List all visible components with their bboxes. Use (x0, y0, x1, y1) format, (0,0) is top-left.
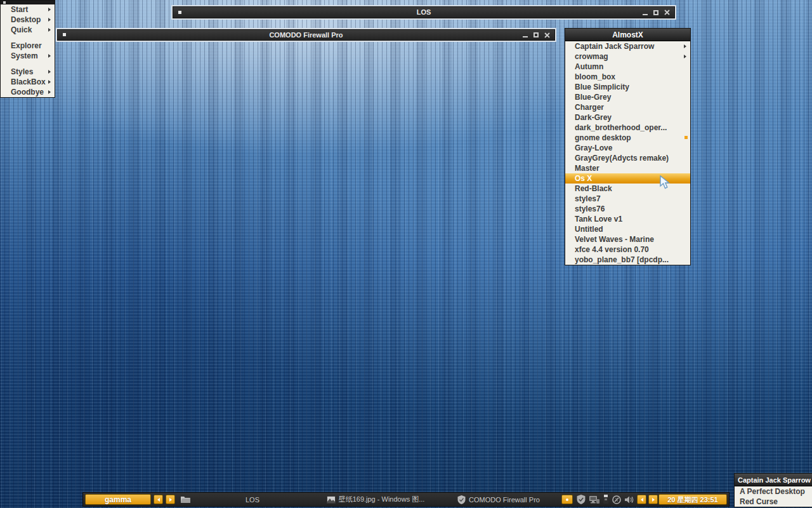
system-tray (577, 495, 634, 504)
style-item[interactable]: styles76 (565, 204, 690, 214)
menu-item-system[interactable]: System (1, 51, 55, 61)
minimize-icon[interactable] (643, 10, 648, 15)
style-item[interactable]: styles7 (565, 194, 690, 204)
style-menu-title[interactable]: AlmostX (565, 29, 690, 41)
close-icon[interactable] (544, 32, 550, 38)
close-icon[interactable] (664, 10, 670, 15)
task-label: LOS (246, 496, 259, 504)
menu-item-explorer[interactable]: Explorer (1, 41, 55, 51)
submenu-item-label: A Perfect Desktop (740, 487, 805, 496)
submenu-arrow-icon (48, 90, 51, 94)
submenu-arrow-icon (48, 28, 51, 32)
usb-device-tray-icon[interactable] (603, 495, 609, 504)
workspace-prev-button[interactable] (154, 495, 163, 504)
arrow-right-icon (652, 498, 655, 502)
submenu-item-red-curse[interactable]: Red Curse (735, 497, 812, 507)
menu-item-label: BlackBox (11, 77, 46, 86)
style-item[interactable]: GrayGrey(Adycts remake) (565, 153, 690, 163)
style-item-label: Dark-Grey (575, 113, 612, 122)
submenu-item-a-perfect-desktop[interactable]: A Perfect Desktop (735, 486, 812, 497)
folder-icon[interactable] (180, 495, 191, 504)
style-item[interactable]: bloom_box (565, 72, 690, 82)
arrow-left-icon (641, 498, 643, 502)
style-item[interactable]: Master (565, 163, 690, 173)
minimize-icon[interactable] (523, 32, 528, 37)
style-item-label: yobo_plane_bb7 [dpcdp... (575, 255, 669, 264)
menu-item-blackbox[interactable]: BlackBox (1, 77, 55, 87)
workspace-button[interactable]: gamma (85, 494, 151, 505)
style-item[interactable]: Gray-Love (565, 143, 690, 153)
style-item-label: Untitled (575, 225, 603, 234)
style-item[interactable]: Blue-Grey (565, 92, 690, 102)
style-item-label: Tank Love v1 (575, 215, 622, 224)
style-item-current[interactable]: gnome desktop (565, 133, 690, 143)
style-item[interactable]: Autumn (565, 62, 690, 72)
style-item[interactable]: Blue Simplicity (565, 82, 690, 92)
style-item-label: Charger (575, 103, 604, 112)
style-item[interactable]: yobo_plane_bb7 [dpcdp... (565, 255, 690, 265)
style-item[interactable]: Dark-Grey (565, 112, 690, 123)
style-item[interactable]: xfce 4.4 version 0.70 (565, 244, 690, 255)
style-item-label: Red-Black (575, 184, 612, 193)
workspace-next-button[interactable] (166, 495, 175, 504)
comodo-shield-icon (457, 495, 466, 504)
style-menu-almostx: AlmostX Captain Jack Sparrow crowmag Aut… (565, 28, 691, 265)
root-menu: Start Desktop Quick Explorer System Styl… (0, 0, 55, 98)
style-item-label: styles7 (575, 194, 601, 203)
menu-item-styles[interactable]: Styles (1, 67, 55, 77)
style-item[interactable]: Captain Jack Sparrow (565, 41, 690, 51)
submenu-title[interactable]: Captain Jack Sparrow (735, 474, 812, 486)
menu-item-label: Explorer (11, 41, 42, 50)
style-item-label: Velvet Waves - Marine (575, 235, 654, 244)
style-item-label: GrayGrey(Adycts remake) (575, 154, 669, 163)
menu-item-label: Start (11, 5, 28, 14)
window-comodo-titlebar[interactable]: COMODO Firewall Pro (57, 29, 555, 41)
tray-toggle-button[interactable] (561, 495, 573, 504)
task-comodo[interactable]: COMODO Firewall Pro (437, 493, 560, 506)
menu-item-desktop[interactable]: Desktop (1, 15, 55, 25)
dot-icon (566, 498, 568, 501)
menu-grip-dot-icon (3, 1, 6, 4)
menu-item-label: Quick (11, 25, 32, 34)
style-item[interactable]: Charger (565, 102, 690, 112)
menu-item-start[interactable]: Start (1, 4, 55, 15)
style-item[interactable]: Velvet Waves - Marine (565, 234, 690, 244)
style-item[interactable]: crowmag (565, 51, 690, 62)
task-image-viewer[interactable]: 壁纸169.jpg - Windows 图... (314, 493, 437, 506)
task-label: COMODO Firewall Pro (469, 496, 540, 504)
style-item-label: Master (575, 164, 599, 173)
style-item[interactable]: dark_brotherhood_oper... (565, 123, 690, 133)
clock[interactable]: 20 星期四 23:51 (658, 494, 727, 505)
style-item[interactable]: Untitled (565, 224, 690, 234)
task-list: LOS 壁纸169.jpg - Windows 图... COMODO Fire… (191, 493, 560, 506)
menu-item-goodbye[interactable]: Goodbye (1, 87, 55, 97)
tray-prev-button[interactable] (637, 495, 646, 504)
style-item-label: xfce 4.4 version 0.70 (575, 245, 649, 254)
submenu-arrow-icon (48, 70, 51, 74)
current-style-marker-icon (684, 136, 688, 139)
style-item-label: Autumn (575, 62, 603, 71)
window-los-titlebar[interactable]: LOS (173, 6, 675, 18)
maximize-icon[interactable] (653, 10, 658, 15)
mouse-cursor (658, 175, 672, 190)
antivirus-tray-icon[interactable] (612, 495, 621, 504)
submenu-arrow-icon (48, 18, 51, 22)
style-item-label: styles76 (575, 204, 605, 213)
arrow-right-icon (169, 498, 172, 502)
submenu-arrow-icon (684, 55, 686, 58)
task-label: 壁纸169.jpg - Windows 图... (339, 495, 425, 504)
submenu-arrow-icon (48, 80, 51, 84)
menu-item-quick[interactable]: Quick (1, 25, 55, 35)
submenu-arrow-icon (48, 8, 51, 11)
maximize-icon[interactable] (534, 32, 539, 37)
volume-tray-icon[interactable] (624, 495, 634, 504)
style-item[interactable]: Tank Love v1 (565, 214, 690, 224)
display-device-tray-icon[interactable] (589, 495, 599, 504)
task-los[interactable]: LOS (191, 493, 314, 506)
menu-item-label: Goodbye (11, 88, 44, 97)
window-title: LOS (173, 7, 674, 18)
comodo-shield-tray-icon[interactable] (577, 495, 586, 504)
tray-next-button[interactable] (648, 495, 658, 504)
menu-separator (1, 61, 55, 67)
taskbar: gamma LOS 壁纸169.jpg - Windows 图... COMOD… (82, 492, 730, 507)
